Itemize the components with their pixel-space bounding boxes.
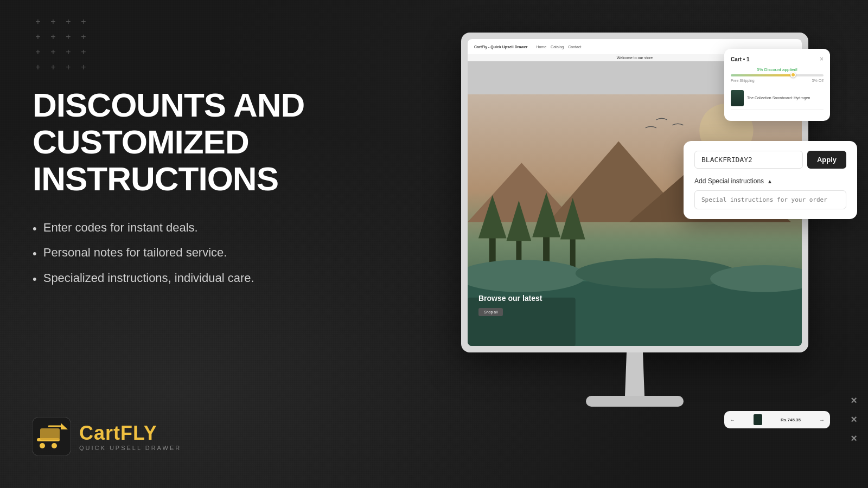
plus-icon: + (48, 47, 59, 57)
page-title: DISCOUNTS AND CUSTOMIZED INSTRUCTIONS (33, 87, 369, 198)
discount-input-row: Apply (694, 151, 846, 169)
discount-code-input[interactable] (694, 151, 803, 169)
cart-product-mini-thumb (754, 414, 762, 425)
svg-point-3 (40, 443, 45, 448)
svg-point-4 (52, 443, 57, 448)
cart-title: Cart • 1 (731, 56, 750, 62)
cart-bottom-bar: ← Rs.745.35 → (724, 411, 830, 428)
list-item: • Enter codes for instant deals. (33, 220, 369, 237)
add-special-label: Add Special instructions (694, 177, 764, 185)
monitor-stand (618, 352, 651, 396)
discount-track (731, 74, 824, 76)
plus-icon: + (63, 47, 74, 57)
bullet-text: Enter codes for instant deals. (43, 220, 198, 236)
svg-point-23 (576, 258, 737, 288)
nav-link[interactable]: Contact (568, 45, 581, 49)
scene-illustration (468, 94, 802, 346)
cart-close-button[interactable]: × (820, 55, 824, 63)
list-item: • Specialized instructions, individual c… (33, 270, 369, 288)
list-item: • Personal notes for tailored service. (33, 245, 369, 262)
plus-icon: + (48, 31, 59, 42)
nav-link[interactable]: Home (536, 45, 546, 49)
brand-section: CartFLY QUICK UPSELL DRAWER (33, 418, 181, 455)
plus-icon: + (78, 31, 89, 42)
plus-icon: + (48, 16, 59, 27)
site-nav-logo: CartFly - Quick Upsell Drawer (474, 45, 527, 49)
title-line1: DISCOUNTS AND (33, 86, 304, 124)
x-marks-decoration: × × × (851, 394, 857, 445)
cart-total: Rs.745.35 (781, 418, 801, 422)
brand-name-highlight: FLY (120, 422, 157, 444)
add-special-instructions-row[interactable]: Add Special instructions ▲ (694, 177, 846, 185)
product-name: The Collection Snowboard: Hydrogen (747, 95, 810, 101)
plus-icon: + (63, 16, 74, 27)
discount-fill (731, 74, 796, 76)
plus-icon: + (78, 16, 89, 27)
browse-text: Browse our latest (478, 294, 542, 303)
product-preview: The Collection Snowboard: Hydrogen (731, 87, 824, 110)
plus-grid-decoration: + + + + + + + + + + + + + + + + (33, 16, 89, 73)
plus-icon: + (78, 47, 89, 57)
discount-dot (790, 72, 796, 78)
plus-icon: + (33, 16, 43, 27)
discount-value-label: 5% Off (812, 79, 824, 82)
cart-prev-arrow[interactable]: ← (730, 417, 735, 423)
x-mark-icon: × (851, 413, 857, 426)
site-nav-links: Home Catalog Contact (536, 45, 581, 49)
plus-icon: + (63, 62, 74, 73)
monitor-base (586, 396, 684, 407)
x-mark-icon: × (851, 394, 857, 407)
shop-button[interactable]: Shop all (478, 308, 503, 316)
bullet-text: Personal notes for tailored service. (43, 245, 227, 261)
cart-drawer: Cart • 1 × 5% Discount applied! Free Shi… (724, 49, 830, 121)
brand-logo-icon (33, 418, 71, 455)
cart-next-arrow[interactable]: → (819, 417, 825, 423)
discount-label: 5% Discount applied! (731, 67, 824, 72)
svg-rect-2 (40, 428, 60, 440)
apply-button[interactable]: Apply (807, 151, 846, 169)
bullet-icon: • (33, 271, 37, 288)
x-mark-icon: × (851, 432, 857, 445)
discount-progress-section: 5% Discount applied! Free Shipping 5% Of… (731, 67, 824, 82)
shipping-labels: Free Shipping 5% Off (731, 79, 824, 82)
plus-icon: + (33, 47, 43, 57)
product-thumbnail (731, 90, 744, 106)
title-line3: INSTRUCTIONS (33, 160, 278, 197)
left-content-area: DISCOUNTS AND CUSTOMIZED INSTRUCTIONS • … (33, 87, 369, 320)
special-instructions-input[interactable] (694, 190, 846, 209)
plus-icon: + (63, 31, 74, 42)
brand-name-regular: Cart (79, 422, 120, 444)
nav-link[interactable]: Catalog (551, 45, 564, 49)
brand-subtitle: QUICK UPSELL DRAWER (79, 445, 181, 451)
title-line2: CUSTOMIZED (33, 123, 249, 160)
monitor-mockup: CartFly - Quick Upsell Drawer Home Catal… (445, 33, 825, 445)
plus-icon: + (78, 62, 89, 73)
free-shipping-label: Free Shipping (731, 79, 755, 82)
cart-header: Cart • 1 × (731, 55, 824, 63)
chevron-up-icon: ▲ (767, 178, 773, 184)
plus-icon: + (33, 31, 43, 42)
discount-code-card: Apply Add Special instructions ▲ (684, 141, 857, 219)
bullet-icon: • (33, 246, 37, 262)
bullet-text: Specialized instructions, individual car… (43, 270, 254, 287)
plus-icon: + (33, 62, 43, 73)
plus-icon: + (48, 62, 59, 73)
bullet-icon: • (33, 221, 37, 237)
brand-name: CartFLY (79, 422, 181, 445)
feature-list: • Enter codes for instant deals. • Perso… (33, 220, 369, 288)
brand-text: CartFLY QUICK UPSELL DRAWER (79, 422, 181, 451)
svg-rect-25 (468, 298, 576, 346)
